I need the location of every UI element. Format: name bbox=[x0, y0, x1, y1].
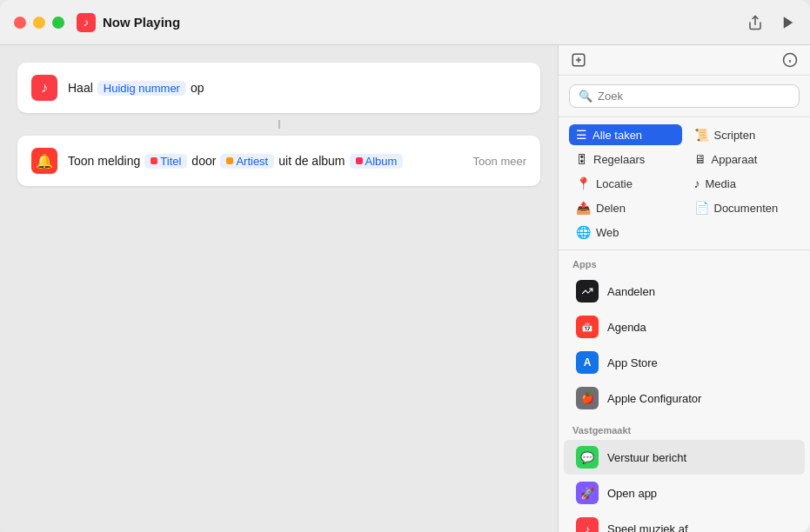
label-verstuur-bericht: Verstuur bericht bbox=[607, 451, 686, 464]
action-text-haal: Haal bbox=[68, 81, 93, 95]
token-huidig-nummer[interactable]: Huidig nummer bbox=[97, 81, 186, 96]
action-text-toon-melding: Toon melding bbox=[68, 154, 140, 168]
label-agenda: Agenda bbox=[607, 321, 646, 334]
cat-locatie[interactable]: 📍 Locatie bbox=[569, 173, 682, 194]
cat-label-locatie: Locatie bbox=[596, 177, 633, 190]
svg-marker-1 bbox=[784, 17, 793, 29]
workflow-panel: ♪ Haal Huidig nummer op 🔔 Toon melding T… bbox=[0, 45, 558, 532]
action-item-verstuur-bericht[interactable]: 💬 Verstuur bericht bbox=[564, 440, 805, 475]
label-aandelen: Aandelen bbox=[607, 285, 655, 298]
token-titel[interactable]: Titel bbox=[144, 154, 187, 169]
icon-open-app: 🚀 bbox=[576, 482, 599, 504]
icon-aandelen bbox=[576, 280, 599, 303]
cat-icon-apparaat: 🖥 bbox=[694, 152, 706, 166]
minimize-button[interactable] bbox=[33, 17, 45, 29]
action-item-app-store[interactable]: A App Store bbox=[564, 345, 805, 380]
action-block-1[interactable]: ♪ Haal Huidig nummer op bbox=[17, 63, 540, 113]
action-item-speel-muziek[interactable]: ♪ Speel muziek af bbox=[564, 511, 805, 532]
cat-icon-regelaars: 🎛 bbox=[576, 152, 588, 166]
token-album[interactable]: Album bbox=[350, 154, 404, 169]
search-icon: 🔍 bbox=[579, 90, 592, 103]
action-content-1: Haal Huidig nummer op bbox=[68, 81, 204, 96]
actions-panel: 🔍 ☰ Alle taken 📜 Scripten 🎛 Regelaars 🖥 … bbox=[558, 45, 810, 532]
cat-scripten[interactable]: 📜 Scripten bbox=[687, 124, 800, 145]
cat-apparaat[interactable]: 🖥 Apparaat bbox=[687, 149, 800, 170]
cat-icon-web: 🌐 bbox=[576, 225, 591, 239]
titlebar: ♪ Now Playing bbox=[0, 0, 810, 45]
cat-icon-alle-taken: ☰ bbox=[576, 128, 587, 142]
maximize-button[interactable] bbox=[52, 17, 64, 29]
app-icon: ♪ bbox=[77, 13, 96, 32]
cat-label-regelaars: Regelaars bbox=[593, 153, 645, 166]
cat-icon-media: ♪ bbox=[694, 176, 700, 190]
action-item-open-app[interactable]: 🚀 Open app bbox=[564, 475, 805, 510]
action-item-agenda[interactable]: 📅 Agenda bbox=[564, 309, 805, 344]
cat-delen[interactable]: 📤 Delen bbox=[569, 197, 682, 218]
category-grid: ☰ Alle taken 📜 Scripten 🎛 Regelaars 🖥 Ap… bbox=[559, 117, 810, 250]
play-button[interactable] bbox=[780, 15, 796, 30]
icon-speel-muziek: ♪ bbox=[576, 517, 599, 532]
cat-media[interactable]: ♪ Media bbox=[687, 173, 800, 194]
label-app-store: App Store bbox=[607, 356, 658, 369]
section-vastgemaakt: Vastgemaakt bbox=[559, 416, 810, 439]
section-apps: Apps bbox=[559, 250, 810, 273]
cat-label-documenten: Documenten bbox=[714, 202, 779, 215]
search-bar: 🔍 bbox=[559, 76, 810, 117]
label-apple-configurator: Apple Configurator bbox=[607, 392, 701, 405]
cat-regelaars[interactable]: 🎛 Regelaars bbox=[569, 149, 682, 170]
icon-agenda: 📅 bbox=[576, 316, 599, 338]
search-input-wrap: 🔍 bbox=[569, 84, 800, 108]
block-divider bbox=[17, 122, 540, 127]
action-item-apple-configurator[interactable]: 🍎 Apple Configurator bbox=[564, 381, 805, 416]
cat-alle-taken[interactable]: ☰ Alle taken bbox=[569, 124, 682, 145]
cat-web[interactable]: 🌐 Web bbox=[569, 222, 682, 243]
cat-label-web: Web bbox=[596, 226, 619, 239]
action-icon-music: ♪ bbox=[31, 75, 57, 101]
actions-list: Apps Aandelen 📅 Agenda A App Store 🍎 App… bbox=[559, 250, 810, 532]
action-item-aandelen[interactable]: Aandelen bbox=[564, 274, 805, 309]
action-text-uit-de-album: uit de album bbox=[278, 154, 345, 168]
cat-label-alle-taken: Alle taken bbox=[592, 129, 642, 142]
icon-app-store: A bbox=[576, 351, 599, 374]
cat-icon-locatie: 📍 bbox=[576, 176, 591, 190]
cat-label-delen: Delen bbox=[596, 202, 626, 215]
action-icon-notify: 🔔 bbox=[31, 148, 57, 174]
action-content-2: Toon melding Titel door Artiest uit de a… bbox=[68, 154, 403, 169]
action-text-door: door bbox=[191, 154, 216, 168]
toon-meer-button[interactable]: Toon meer bbox=[473, 155, 526, 168]
close-button[interactable] bbox=[14, 17, 26, 29]
cat-icon-delen: 📤 bbox=[576, 201, 591, 215]
token-artiest[interactable]: Artiest bbox=[220, 154, 274, 169]
action-text-op: op bbox=[191, 81, 204, 95]
cat-label-scripten: Scripten bbox=[714, 129, 756, 142]
cat-documenten[interactable]: 📄 Documenten bbox=[687, 197, 800, 218]
info-button[interactable] bbox=[782, 52, 798, 68]
share-button[interactable] bbox=[747, 15, 763, 30]
action-block-2[interactable]: 🔔 Toon melding Titel door Artiest uit de… bbox=[17, 136, 540, 186]
cat-label-media: Media bbox=[706, 177, 736, 190]
icon-apple-configurator: 🍎 bbox=[576, 387, 599, 409]
cat-label-apparaat: Apparaat bbox=[712, 153, 758, 166]
cat-icon-scripten: 📜 bbox=[694, 128, 709, 142]
cat-icon-documenten: 📄 bbox=[694, 201, 709, 215]
label-open-app: Open app bbox=[607, 487, 657, 500]
titlebar-actions bbox=[747, 15, 796, 30]
main-content: ♪ Haal Huidig nummer op 🔔 Toon melding T… bbox=[0, 45, 810, 532]
window-controls bbox=[14, 17, 64, 29]
icon-verstuur-bericht: 💬 bbox=[576, 446, 599, 469]
search-input[interactable] bbox=[598, 90, 790, 103]
window-title: Now Playing bbox=[103, 15, 747, 30]
label-speel-muziek: Speel muziek af bbox=[607, 522, 688, 533]
add-action-button[interactable] bbox=[571, 52, 586, 68]
